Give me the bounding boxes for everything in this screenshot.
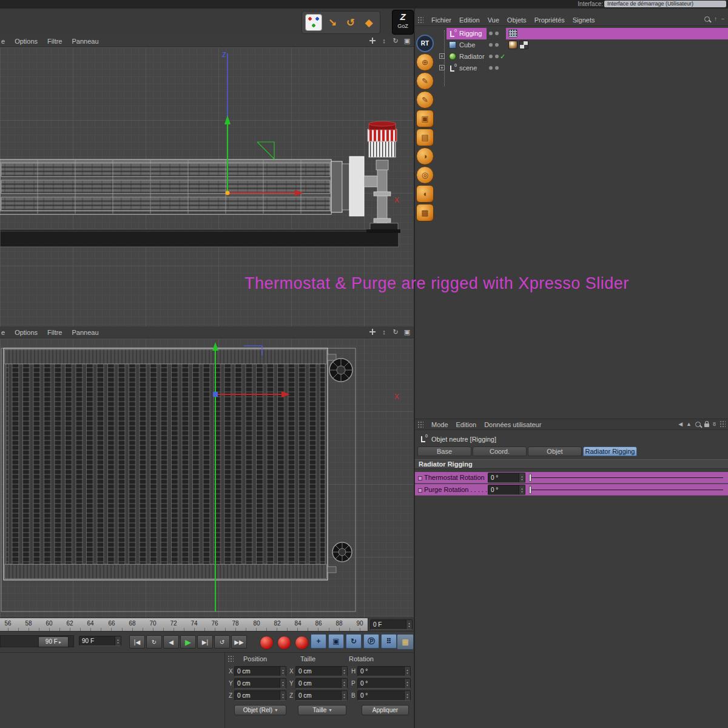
- key-position-toggle[interactable]: +: [311, 634, 326, 649]
- zoom-view-icon[interactable]: ↕: [380, 328, 388, 336]
- visibility-dot[interactable]: [495, 32, 499, 35]
- om-menu-vue[interactable]: Vue: [488, 16, 499, 24]
- magnet-tool-icon[interactable]: ◖: [416, 185, 434, 203]
- stepper-icon[interactable]: [280, 667, 286, 676]
- key-scale-toggle[interactable]: ▣: [328, 634, 344, 649]
- history-up-icon[interactable]: ▲: [686, 421, 692, 427]
- snap-tool-icon[interactable]: ◆: [361, 15, 377, 30]
- enabled-check-icon[interactable]: ✓: [500, 53, 505, 61]
- autokey-icon[interactable]: [277, 636, 291, 650]
- taille-dropdown[interactable]: Taille: [298, 705, 346, 715]
- zoom-view-icon[interactable]: ↕: [380, 36, 388, 45]
- om-menu-fichier[interactable]: Fichier: [431, 16, 451, 24]
- visibility-dot[interactable]: [489, 55, 493, 58]
- stepper-icon[interactable]: [280, 679, 286, 688]
- viewport2-menu-filtre[interactable]: Filtre: [47, 329, 62, 336]
- rotate-view-icon[interactable]: ↻: [391, 328, 400, 336]
- maximize-view-icon[interactable]: ▣: [403, 36, 411, 45]
- viewport2-canvas[interactable]: X: [0, 339, 414, 618]
- object-row-scene[interactable]: scene: [415, 62, 728, 74]
- pan-view-icon[interactable]: [368, 328, 377, 336]
- key-parameter-toggle[interactable]: Ⓟ: [363, 634, 379, 649]
- undo-tool-icon[interactable]: ↺: [343, 15, 359, 30]
- bidirectional-icon[interactable]: 8: [713, 421, 716, 427]
- om-menu-proprietes[interactable]: Propriétés: [534, 16, 565, 24]
- keyframe-presets-button[interactable]: ▦: [397, 634, 414, 650]
- pos-y-field[interactable]: 0 cm: [234, 678, 286, 689]
- sphere-paint-icon[interactable]: ◑: [416, 147, 434, 165]
- object-label[interactable]: Radiator: [459, 53, 485, 60]
- keyframe-selection-icon[interactable]: [295, 636, 309, 650]
- rot-h-field[interactable]: 0 °: [357, 666, 411, 676]
- panel-grip-icon[interactable]: [720, 420, 726, 428]
- om-menu-objets[interactable]: Objets: [507, 16, 527, 24]
- panel-grip-icon[interactable]: [417, 16, 423, 24]
- size-x-field[interactable]: 0 cm: [295, 666, 348, 676]
- timeline-end-field[interactable]: 0 F: [370, 619, 413, 630]
- play-button[interactable]: ▶: [180, 635, 196, 649]
- panel-grip-icon[interactable]: [417, 421, 423, 428]
- visibility-dot[interactable]: [495, 55, 499, 58]
- viewport1-menu-cut[interactable]: e: [1, 38, 5, 45]
- history-back-icon[interactable]: ◀: [678, 421, 682, 427]
- pos-x-field[interactable]: 0 cm: [234, 666, 286, 676]
- paint-pen-icon[interactable]: ✎: [416, 72, 434, 90]
- tab-base[interactable]: Base: [417, 447, 471, 456]
- filter-up-icon[interactable]: ↑: [714, 16, 717, 22]
- viewport2-menu-cut[interactable]: e: [1, 329, 5, 336]
- rot-p-field[interactable]: 0 °: [357, 678, 411, 689]
- goto-end-button[interactable]: ▶▶: [231, 635, 247, 649]
- current-frame-field[interactable]: 90 F: [79, 636, 121, 646]
- viewport1-menu-filtre[interactable]: Filtre: [47, 38, 62, 45]
- stepper-icon[interactable]: [115, 636, 121, 645]
- prev-key-button[interactable]: ◀: [163, 635, 179, 649]
- expand-icon[interactable]: [439, 53, 445, 59]
- size-z-field[interactable]: 0 cm: [295, 690, 348, 701]
- panel-grip-icon[interactable]: [228, 655, 234, 662]
- uv-box-icon[interactable]: ▣: [416, 110, 434, 127]
- thermostat-rotation-slider[interactable]: [529, 477, 723, 478]
- visibility-dot[interactable]: [489, 43, 493, 47]
- timeline-ruler[interactable]: 56 58 60 62 64 66 68 70 72 74 76 78 80 8…: [0, 618, 414, 631]
- place-tool-icon[interactable]: ↘: [325, 15, 340, 30]
- object-label[interactable]: Cube: [459, 41, 475, 49]
- section-header[interactable]: Radiator Rigging: [415, 459, 728, 469]
- visibility-dot[interactable]: [489, 32, 493, 35]
- size-y-field[interactable]: 0 cm: [295, 678, 348, 689]
- stepper-icon[interactable]: [280, 691, 286, 700]
- loop-button[interactable]: ↻: [146, 635, 162, 649]
- thermostat-rotation-field[interactable]: 0 °: [488, 473, 525, 483]
- purge-rotation-slider[interactable]: [529, 490, 723, 490]
- sculpt-pen-icon[interactable]: ✎: [416, 91, 434, 109]
- viewport1-menu-options[interactable]: Options: [15, 38, 38, 45]
- object-row-rigging[interactable]: Rigging: [415, 28, 728, 39]
- viewport1-menu-panneau[interactable]: Panneau: [72, 38, 99, 45]
- om-menu-edition[interactable]: Edition: [459, 16, 480, 24]
- search-icon[interactable]: [704, 16, 710, 22]
- frame-powerslider[interactable]: 90 F: [0, 635, 74, 647]
- key-rotation-toggle[interactable]: ↻: [346, 634, 362, 649]
- checker-tag-icon[interactable]: [519, 41, 528, 49]
- object-row-cube[interactable]: Cube: [415, 39, 728, 51]
- goz-button[interactable]: GoZ: [392, 10, 414, 35]
- object-row-radiator[interactable]: Radiator ✓: [415, 51, 728, 62]
- am-menu-donnees[interactable]: Données utilisateur: [484, 421, 541, 428]
- xpresso-tag-icon[interactable]: [508, 29, 517, 38]
- lock-icon[interactable]: [704, 423, 709, 427]
- tab-radiator-rigging[interactable]: Radiator Rigging: [583, 447, 637, 456]
- pan-view-icon[interactable]: [368, 36, 377, 45]
- stepper-icon[interactable]: [404, 667, 410, 676]
- stepper-icon[interactable]: [406, 620, 412, 629]
- maximize-view-icon[interactable]: ▣: [403, 328, 411, 336]
- slider-handle[interactable]: [529, 474, 531, 482]
- expand-icon[interactable]: [439, 65, 445, 70]
- material-tag-icon[interactable]: [508, 41, 517, 49]
- next-key-button[interactable]: ▶|: [197, 635, 213, 649]
- record-keyframe-icon[interactable]: [260, 636, 274, 650]
- goto-start-button[interactable]: |◀: [129, 635, 145, 649]
- visibility-dot[interactable]: [495, 66, 499, 70]
- pos-z-field[interactable]: 0 cm: [234, 690, 286, 701]
- ring-tool-icon[interactable]: ◎: [416, 166, 434, 184]
- stepper-icon[interactable]: [404, 691, 410, 700]
- stepper-icon[interactable]: [341, 691, 347, 700]
